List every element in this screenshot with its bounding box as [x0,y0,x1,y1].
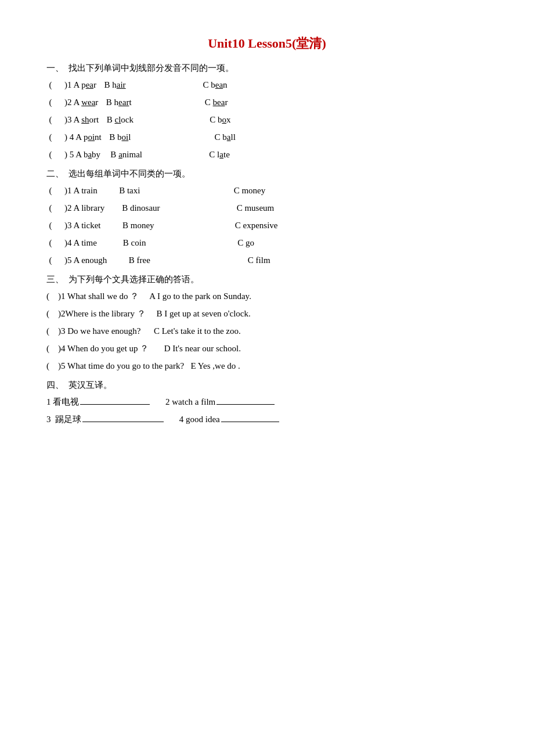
section-3-text: 为下列每个文具选择正确的答语。 [68,274,199,285]
choice-b: B clock [102,112,201,128]
item-content: )5 A enough [56,253,107,268]
paren-left: ( [46,129,55,145]
paren-left: ( [46,112,55,128]
choice-c: C museum [215,200,274,216]
blank-3 [82,422,164,422]
paren-right: ) 4 A point [56,129,102,145]
paren-left: ( [46,218,55,233]
list-item: ( )2 A library B dinosaur C museum [46,200,488,216]
section-4-num: 四、 [46,380,64,391]
item-content: )5 What time do you go to the park? [49,358,184,374]
section-3: 三、 为下列每个文具选择正确的答语。 ( )1 What shall we do… [46,274,488,374]
section-4: 四、 英汉互译。 1 看电视 2 watch a film 3 踢足球 4 go… [46,380,488,427]
list-item: ( )2Where is the library ？ B I get up at… [46,306,488,322]
section-2-text: 选出每组单词中不同类的一项。 [68,168,190,179]
item-num: 3 踢足球 [46,412,81,427]
section-1-num: 一、 [46,63,64,74]
item-num: 1 看电视 [46,394,79,410]
choice-c: C ball [204,129,236,145]
paren-left: ( [46,235,55,251]
list-item: ( )3 A ticket B money C expensive [46,218,488,233]
list-item: ( )5 A enough B free C film [46,253,488,268]
section-1-header: 一、 找出下列单词中划线部分发音不同的一项。 [46,63,488,74]
choice-b: B coin [97,235,207,251]
choice-c: C box [201,112,230,128]
list-item: ( )1 What shall we do ？ A I go to the pa… [46,289,488,304]
item-content: )4 A time [56,235,97,251]
list-item: ( )3 A short B clock C box [46,112,488,128]
blank-2 [217,404,275,405]
section-2-num: 二、 [46,168,64,179]
list-item: ( ) 4 A point B boil C ball [46,129,488,145]
choice-b: B animal [104,147,203,163]
paren-right: )1 A pear [56,77,96,93]
paren-left: ( [46,147,55,163]
choice-b: B money [101,218,211,233]
answer: B I get up at seven o'clock. [146,306,251,322]
section-1: 一、 找出下列单词中划线部分发音不同的一项。 ( )1 A pear B hai… [46,63,488,163]
list-item: ( ) 5 A baby B animal C late [46,147,488,163]
choice-b: B hair [100,77,199,93]
choice-b: B heart [102,95,200,110]
item-content: )3 A ticket [56,218,101,233]
choice-b: B taxi [98,183,208,199]
answer: A I go to the park on Sunday. [139,289,251,304]
choice-b: B free [107,253,217,268]
blank-4 [221,422,279,422]
section-3-num: 三、 [46,274,64,285]
page-title: Unit10 Lesson5(堂清) [46,35,488,52]
list-item: 3 踢足球 4 good idea [46,412,488,427]
paren-left: ( [46,200,55,216]
paren-left: ( [46,77,55,93]
item-content: )1 What shall we do ？ [49,289,139,304]
list-item: ( )5 What time do you go to the park? E … [46,358,488,374]
choice-c: C late [203,147,230,163]
choice-b: B dinosaur [104,200,215,216]
section-3-header: 三、 为下列每个文具选择正确的答语。 [46,274,488,285]
paren-left: ( [46,95,55,110]
spacer [168,412,179,427]
choice-c: C bean [199,77,228,93]
list-item: ( )1 A train B taxi C money [46,183,488,199]
paren-right: ) 5 A baby [56,147,100,163]
section-4-header: 四、 英汉互译。 [46,380,488,391]
paren-left: ( [46,253,55,268]
item-num-2: 2 watch a film [165,394,215,410]
choice-c: C expensive [211,218,278,233]
paren-right: )3 A short [56,112,99,128]
spacer [154,394,165,410]
item-content: )1 A train [56,183,98,199]
choice-c: C bear [200,95,228,110]
list-item: 1 看电视 2 watch a film [46,394,488,410]
section-1-text: 找出下列单词中划线部分发音不同的一项。 [68,63,234,74]
list-item: ( )2 A wear B heart C bear [46,95,488,110]
item-content: )2 A library [56,200,104,216]
list-item: ( )4 A time B coin C go [46,235,488,251]
blank-1 [80,404,150,405]
choice-b: B boil [105,129,204,145]
answer: D It's near our school. [149,341,241,357]
item-num-2: 4 good idea [179,412,220,427]
choice-c: C go [207,235,254,251]
item-content: )3 Do we have enough? [49,323,140,339]
section-4-text: 英汉互译。 [68,380,112,391]
section-2: 二、 选出每组单词中不同类的一项。 ( )1 A train B taxi C … [46,168,488,268]
section-2-header: 二、 选出每组单词中不同类的一项。 [46,168,488,179]
item-content: )2Where is the library ？ [49,306,146,322]
item-content: )4 When do you get up ？ [49,341,149,357]
answer: C Let's take it to the zoo. [140,323,240,339]
list-item: ( )1 A pear B hair C bean [46,77,488,93]
answer: E Yes ,we do . [184,358,240,374]
choice-c: C film [217,253,270,268]
list-item: ( )3 Do we have enough? C Let's take it … [46,323,488,339]
paren-left: ( [46,183,55,199]
paren-right: )2 A wear [56,95,98,110]
choice-c: C money [208,183,266,199]
list-item: ( )4 When do you get up ？ D It's near ou… [46,341,488,357]
